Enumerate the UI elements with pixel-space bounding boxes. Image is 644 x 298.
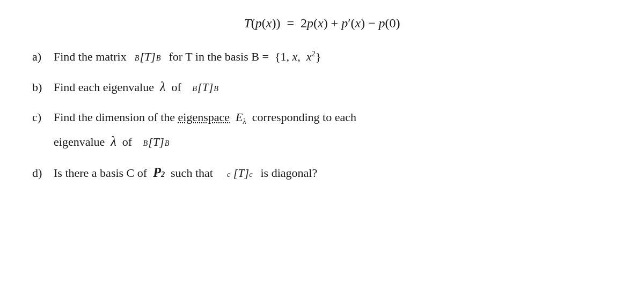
problem-b-label: b) [32,78,54,96]
problem-d-row: d) Is there a basis C of P2 such that c … [32,163,612,182]
problem-d-label: d) [32,164,54,182]
problem-c-content2: eigenvalue λ of B[T]B [54,132,171,151]
problem-a-text-before: Find the matrix [54,48,133,65]
problem-a-text-after: for T in the basis B = [163,48,275,65]
problem-c-content: Find the dimension of the eigenspace Eλ … [54,108,356,128]
matrix-notation-c: B[T]B [143,133,170,151]
problem-d-text-before: Is there a basis C of [54,164,153,182]
bracket-left3: [ [148,133,153,151]
post-sub-c: B [165,138,170,149]
T-letter-c: T [238,164,244,182]
T-letter2: T [202,78,209,96]
page-container: T(p(x)) = 2p(x) + p′(x) − p(0) a) Find t… [0,0,644,298]
pre-sub-b2: B [192,83,197,94]
problem-d-text-after: is diagonal? [254,164,317,182]
problem-a-label: a) [32,48,54,65]
problem-c-row: c) Find the dimension of the eigenspace … [32,108,612,128]
bracket-right: ] [151,48,156,65]
problem-b-row: b) Find each eigenvalue λ of B[T]B [32,77,612,96]
formula-text: T(p(x)) = 2p(x) + p′(x) − p(0) [244,16,400,30]
c-matrix-notation: c [ T ] c [227,164,253,182]
problem-b-content: Find each eigenvalue λ of B[T]B [54,77,221,96]
P2-notation: P [153,163,161,182]
main-formula: T(p(x)) = 2p(x) + p′(x) − p(0) [32,16,612,31]
pre-sub-b: B [135,53,140,64]
post-sub-c2: c [249,169,252,180]
problem-c-label: c) [32,108,54,126]
c-bracket-right: ] [245,164,250,182]
problem-b-of: of [165,78,190,96]
problem-c-text-main: Find the dimension of the eigenspace [54,108,236,126]
problem-a-row: a) Find the matrix B[T]B for T in the ba… [32,48,612,65]
c-bracket-left: [ [230,164,238,182]
problem-c-of: of [116,133,141,151]
problem-c-row2: eigenvalue λ of B[T]B [32,132,612,151]
problem-c-eigenvalue: eigenvalue [54,133,111,151]
bracket-right2: ] [209,78,214,96]
post-sub-b: B [156,53,161,64]
matrix-notation-a: B[T]B [135,48,161,65]
post-sub-b2: B [214,83,218,94]
lambda-b: λ [160,77,165,96]
lambda-c: λ [111,132,116,151]
bracket-left2: [ [197,78,202,96]
problems-container: a) Find the matrix B[T]B for T in the ba… [32,48,612,195]
problem-b-text-before: Find each eigenvalue [54,78,160,96]
problem-a-basis: {1, x, x2} [275,48,321,65]
bracket-right3: ] [159,133,164,151]
T-letter: T [144,48,151,65]
problem-d-such-that: such that [165,164,225,182]
eigenspace-word: eigenspace [178,110,230,124]
problem-d-content: Is there a basis C of P2 such that c [ T… [54,163,317,182]
pre-sub-c: B [143,138,148,149]
T-letter3: T [153,133,159,151]
e-lambda: Eλ [236,108,246,128]
problem-a-content: Find the matrix B[T]B for T in the basis… [54,48,321,65]
matrix-notation-b: B[T]B [192,78,218,96]
bracket-left: [ [140,48,144,65]
problem-c-corresponding: corresponding to each [246,108,356,126]
